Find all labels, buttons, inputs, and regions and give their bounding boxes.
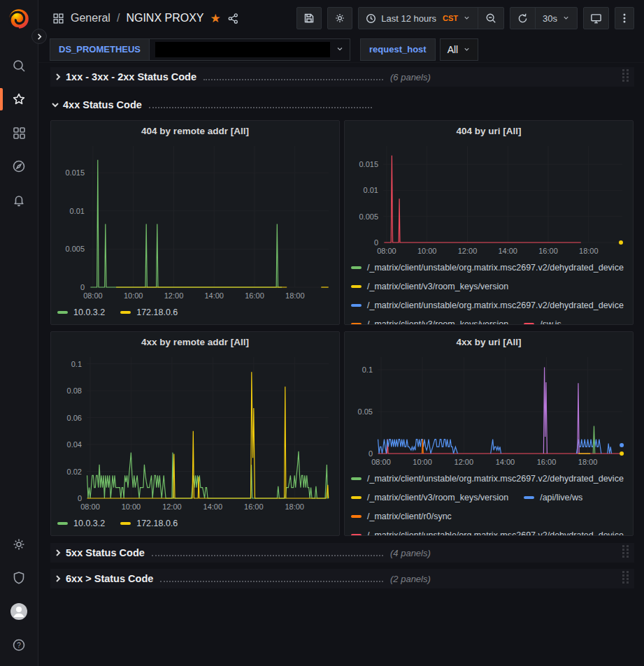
svg-text:0.05: 0.05: [358, 407, 373, 416]
row-header-5xx[interactable]: 5xx Status Code (4 panels): [50, 543, 634, 563]
request-host-label[interactable]: request_host: [360, 38, 436, 61]
legend-row: /_matrix/client/unstable/org.matrix.msc2…: [351, 258, 629, 277]
legend-swatch: [57, 522, 68, 525]
legend-item[interactable]: /_matrix/client/unstable/org.matrix.msc2…: [351, 301, 624, 310]
legend-item[interactable]: /api/live/ws: [524, 493, 582, 502]
legend-swatch: [351, 266, 362, 269]
refresh-interval-label: 30s: [543, 13, 557, 24]
refresh-interval-picker[interactable]: 30s: [535, 8, 577, 29]
svg-text:12:00: 12:00: [164, 291, 184, 300]
legend-item[interactable]: /_matrix/client/unstable/org.matrix.msc2…: [351, 530, 624, 537]
sidebar-item-alerting[interactable]: [0, 183, 38, 217]
legend-item[interactable]: /_matrix/client/v3/room_keys/version: [351, 493, 508, 502]
kebab-menu-icon: [620, 13, 629, 24]
legend-item[interactable]: /_matrix/client/v3/room_keys/version: [351, 282, 508, 291]
dashboard-header: General / NGINX PROXY ★ Last 12 hours CS…: [38, 0, 644, 36]
chart-plot-area[interactable]: 00.020.040.060.080.108:0010:0012:0014:00…: [55, 352, 334, 514]
more-options-button[interactable]: [615, 7, 634, 29]
panel-title[interactable]: 4xx by uri [All]: [348, 332, 629, 352]
svg-text:0.1: 0.1: [71, 360, 82, 368]
sidebar-item-help[interactable]: ?: [0, 628, 38, 662]
row-header-1xx-3xx-2xx[interactable]: 1xx - 3xx - 2xx Status Code (6 panels): [50, 67, 634, 87]
sidebar-item-profile[interactable]: [0, 595, 38, 628]
grafana-logo-icon[interactable]: [7, 7, 31, 34]
svg-text:?: ?: [17, 642, 21, 649]
svg-text:0.01: 0.01: [70, 207, 85, 215]
legend-item[interactable]: /_matrix/client/v3/room_keys/version: [351, 319, 508, 326]
legend-item[interactable]: 172.18.0.6: [120, 307, 178, 317]
save-dashboard-button[interactable]: [296, 7, 322, 29]
svg-text:18:00: 18:00: [285, 502, 304, 511]
row-header-6xx[interactable]: 6xx > Status Code (2 panels): [50, 569, 634, 588]
time-series-chart[interactable]: 00.0050.010.01508:0010:0012:0014:0016:00…: [348, 140, 629, 258]
sidebar-item-starred[interactable]: [0, 82, 38, 116]
sidebar-item-server-admin[interactable]: [0, 561, 38, 595]
svg-text:0: 0: [374, 238, 378, 247]
sidebar-item-explore[interactable]: [0, 150, 38, 183]
row-panels-count: (2 panels): [390, 574, 431, 584]
breadcrumb: General / NGINX PROXY ★: [52, 11, 239, 26]
svg-text:08:00: 08:00: [83, 291, 103, 300]
panel-title[interactable]: 404 by uri [All]: [348, 121, 629, 140]
legend-swatch: [351, 515, 362, 518]
sidebar-item-dashboards[interactable]: [0, 116, 38, 150]
row-drag-handle[interactable]: [622, 68, 630, 85]
chevron-down-icon: [336, 43, 344, 56]
svg-text:14:00: 14:00: [204, 291, 224, 300]
row-header-4xx[interactable]: 4xx Status Code: [50, 95, 634, 115]
svg-text:0.08: 0.08: [67, 386, 82, 395]
dashboard-settings-button[interactable]: [327, 7, 352, 29]
share-icon[interactable]: [227, 13, 239, 24]
panel-4xx-by-remote-addr: 4xx by remote addr [All] 00.020.040.060.…: [50, 331, 340, 536]
svg-text:0: 0: [80, 283, 85, 291]
ds-prometheus-label[interactable]: DS_PROMETHEUS: [50, 38, 149, 61]
legend-item[interactable]: 10.0.3.2: [57, 519, 105, 528]
time-series-chart[interactable]: 00.050.108:0010:0012:0014:0016:0018:00: [348, 352, 629, 469]
legend-item[interactable]: /sw.js: [524, 319, 561, 326]
svg-text:12:00: 12:00: [455, 458, 474, 466]
chart-plot-area[interactable]: 00.0050.010.01508:0010:0012:0014:0016:00…: [55, 140, 334, 303]
search-icon: [12, 59, 26, 73]
ds-prometheus-select[interactable]: [149, 38, 350, 61]
legend-label: /_matrix/client/v3/room_keys/version: [367, 319, 508, 326]
row-title: 6xx > Status Code: [66, 573, 153, 584]
sidebar-expand-button[interactable]: [31, 29, 47, 44]
legend-item[interactable]: 10.0.3.2: [57, 307, 105, 317]
sidebar-item-configuration[interactable]: [0, 528, 38, 561]
apps-grid-icon: [12, 126, 26, 140]
time-range-picker[interactable]: Last 12 hours CST: [359, 8, 478, 29]
chevron-down-icon: [463, 44, 471, 55]
legend-swatch: [351, 496, 362, 499]
legend-item[interactable]: /_matrix/client/r0/sync: [351, 512, 452, 521]
row-drag-handle[interactable]: [622, 544, 630, 561]
panel-title[interactable]: 404 by remote addr [All]: [55, 121, 336, 140]
legend-item[interactable]: /_matrix/client/unstable/org.matrix.msc2…: [351, 263, 624, 273]
time-series-chart[interactable]: 00.020.040.060.080.108:0010:0012:0014:00…: [55, 352, 336, 514]
chevron-right-icon: [55, 575, 62, 582]
cycle-view-mode-button[interactable]: [583, 7, 609, 29]
time-series-chart[interactable]: 00.0050.010.01508:0010:0012:0014:0016:00…: [55, 140, 336, 303]
legend-item[interactable]: /_matrix/client/unstable/org.matrix.msc2…: [351, 474, 624, 484]
chart-plot-area[interactable]: 00.0050.010.01508:0010:0012:0014:0016:00…: [348, 140, 628, 258]
row-drag-handle[interactable]: [622, 570, 630, 587]
legend-swatch: [57, 311, 68, 314]
panel-title[interactable]: 4xx by remote addr [All]: [55, 332, 336, 352]
breadcrumb-folder[interactable]: General: [71, 12, 110, 24]
panel-legend: /_matrix/client/unstable/org.matrix.msc2…: [348, 469, 629, 536]
question-circle-icon: ?: [12, 638, 26, 652]
gear-icon: [334, 13, 345, 24]
zoom-out-time-button[interactable]: [478, 8, 503, 29]
apps-icon: [52, 13, 64, 24]
refresh-button[interactable]: [510, 8, 535, 29]
legend-label: /_matrix/client/unstable/org.matrix.msc2…: [367, 530, 624, 537]
chart-plot-area[interactable]: 00.050.108:0010:0012:0014:0016:0018:00: [348, 352, 628, 469]
legend-swatch: [524, 323, 534, 326]
sidebar-item-search[interactable]: [0, 49, 38, 82]
legend-row: /_matrix/client/unstable/org.matrix.msc2…: [351, 526, 629, 536]
row-dotted-leader: [149, 107, 372, 108]
refresh-icon: [517, 13, 528, 24]
svg-text:10:00: 10:00: [417, 247, 437, 255]
legend-item[interactable]: 172.18.0.6: [120, 519, 178, 528]
favorite-star-icon[interactable]: ★: [210, 11, 221, 26]
request-host-select[interactable]: All: [440, 38, 479, 61]
